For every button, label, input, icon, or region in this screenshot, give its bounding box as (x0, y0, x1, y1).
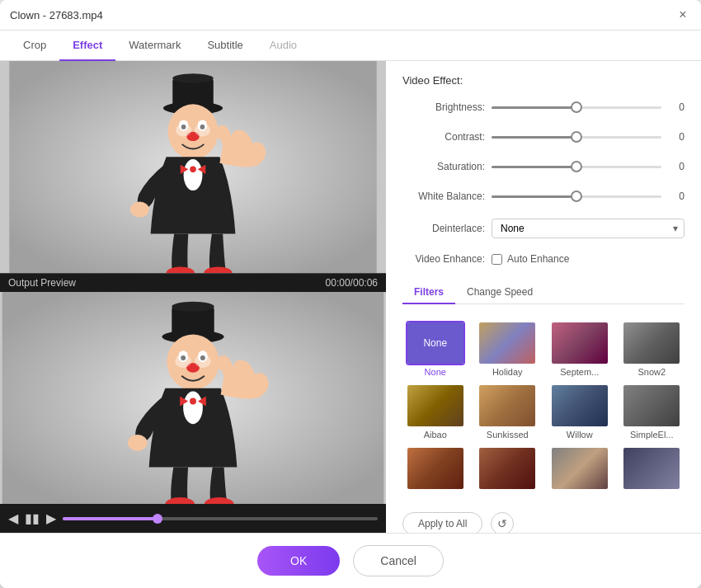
progress-fill (63, 517, 158, 520)
auto-enhance-label: Auto Enhance (507, 253, 569, 265)
tabs-bar: Crop Effect Watermark Subtitle Audio (0, 31, 701, 61)
filter-f11[interactable] (547, 446, 613, 492)
saturation-row: Saturation: 0 (402, 159, 685, 174)
enhance-label: Video Enhance: (402, 253, 485, 265)
filter-none-label: None (425, 367, 446, 377)
main-window: Clown - 27683.mp4 × Crop Effect Watermar… (0, 0, 701, 588)
filter-willow-thumb (550, 383, 609, 428)
saturation-value: 0 (668, 161, 685, 172)
progress-bar[interactable] (63, 517, 378, 520)
filter-f10[interactable] (475, 446, 541, 492)
brightness-value: 0 (668, 101, 685, 113)
controls-bar: ◀ ▮▮ ▶ (0, 504, 386, 533)
close-button[interactable]: × (675, 7, 691, 23)
contrast-value: 0 (668, 131, 685, 143)
filter-snow2[interactable]: Snow2 (619, 321, 685, 377)
tab-effect[interactable]: Effect (59, 31, 115, 61)
filter-snow2-label: Snow2 (637, 367, 666, 377)
svg-point-11 (195, 124, 210, 136)
filter-sunkissed[interactable]: Sunkissed (475, 383, 541, 440)
filter-willow-label: Willow (567, 430, 593, 440)
ok-button[interactable]: OK (257, 546, 340, 576)
filter-september-thumb (550, 321, 609, 365)
right-panel: Video Effect: Brightness: 0 Contrast: (386, 61, 701, 533)
tab-crop[interactable]: Crop (10, 31, 59, 61)
timestamp-label: 00:00/00:06 (326, 277, 378, 289)
next-button[interactable]: ▶ (46, 510, 56, 526)
whitebalance-slider[interactable] (492, 189, 661, 204)
svg-point-29 (183, 392, 203, 425)
reset-button[interactable]: ↺ (491, 512, 514, 533)
left-panel: Output Preview 00:00/00:06 (0, 61, 386, 533)
pause-button[interactable]: ▮▮ (25, 510, 40, 526)
tab-subtitle[interactable]: Subtitle (194, 31, 256, 61)
filter-september-label: Septem... (560, 367, 599, 377)
svg-point-27 (175, 355, 191, 368)
apply-to-all-button[interactable]: Apply to All (402, 512, 482, 533)
filter-simpleel[interactable]: SimpleEl... (619, 383, 685, 440)
filter-holiday-thumb (478, 321, 537, 365)
filter-aibao[interactable]: Aibao (402, 383, 468, 440)
filter-aibao-label: Aibao (424, 430, 447, 440)
output-bar: Output Preview 00:00/00:06 (0, 274, 386, 292)
subtab-change-speed[interactable]: Change Speed (455, 281, 544, 304)
deinterlace-row: Deinterlace: None Bob Weave Blend ▾ (402, 219, 685, 238)
svg-point-14 (130, 201, 149, 217)
filters-grid: None None Holiday Septem... (402, 321, 685, 492)
filter-snow2-thumb (622, 321, 681, 365)
prev-button[interactable]: ◀ (8, 510, 18, 526)
progress-thumb (153, 514, 162, 524)
saturation-slider[interactable] (492, 159, 661, 174)
auto-enhance-checkbox[interactable] (492, 254, 502, 265)
filter-simpleel-thumb (622, 383, 681, 428)
filter-f12-thumb (622, 446, 681, 491)
filter-none-thumb: None (406, 321, 465, 365)
tab-watermark[interactable]: Watermark (115, 31, 194, 61)
filter-none[interactable]: None None (402, 321, 468, 377)
deinterlace-select-wrap: None Bob Weave Blend ▾ (492, 219, 685, 238)
svg-point-12 (184, 159, 203, 191)
title-bar: Clown - 27683.mp4 × (0, 0, 701, 31)
whitebalance-label: White Balance: (402, 191, 485, 202)
output-preview-label: Output Preview (8, 277, 76, 289)
filter-f9[interactable] (402, 446, 468, 492)
filter-sunkissed-label: Sunkissed (487, 430, 529, 440)
subtabs-bar: Filters Change Speed (402, 281, 685, 304)
filter-sunkissed-thumb (478, 383, 537, 428)
main-content: Output Preview 00:00/00:06 (0, 61, 701, 533)
apply-row: Apply to All ↺ (402, 512, 685, 533)
svg-point-10 (176, 124, 191, 136)
filter-september[interactable]: Septem... (547, 321, 613, 377)
filter-f11-thumb (550, 446, 609, 491)
tab-audio: Audio (256, 31, 310, 61)
deinterlace-label: Deinterlace: (402, 223, 485, 234)
cancel-button[interactable]: Cancel (353, 545, 444, 576)
video-effect-title: Video Effect: (402, 74, 685, 87)
enhance-row: Video Enhance: Auto Enhance (402, 253, 685, 265)
filter-f12[interactable] (619, 446, 685, 492)
auto-enhance-wrap: Auto Enhance (492, 253, 569, 265)
filter-holiday[interactable]: Holiday (475, 321, 541, 377)
svg-point-3 (172, 73, 213, 82)
filter-f10-thumb (478, 446, 537, 491)
filter-willow[interactable]: Willow (547, 383, 613, 440)
brightness-slider[interactable] (492, 100, 661, 115)
subtab-filters[interactable]: Filters (402, 281, 455, 304)
deinterlace-select[interactable]: None Bob Weave Blend (492, 219, 685, 238)
filter-holiday-label: Holiday (492, 367, 523, 377)
svg-point-4 (168, 104, 219, 159)
brightness-label: Brightness: (402, 101, 485, 113)
reset-icon: ↺ (497, 517, 507, 530)
filter-f9-thumb (406, 446, 465, 491)
svg-point-31 (128, 435, 148, 451)
saturation-label: Saturation: (402, 161, 485, 172)
contrast-slider[interactable] (492, 129, 661, 144)
svg-point-13 (190, 167, 196, 173)
contrast-row: Contrast: 0 (402, 129, 685, 144)
whitebalance-value: 0 (668, 191, 685, 202)
svg-point-30 (190, 398, 196, 405)
filter-simpleel-label: SimpleEl... (630, 430, 674, 440)
contrast-label: Contrast: (402, 131, 485, 143)
window-title: Clown - 27683.mp4 (10, 9, 103, 21)
top-preview (0, 61, 386, 274)
